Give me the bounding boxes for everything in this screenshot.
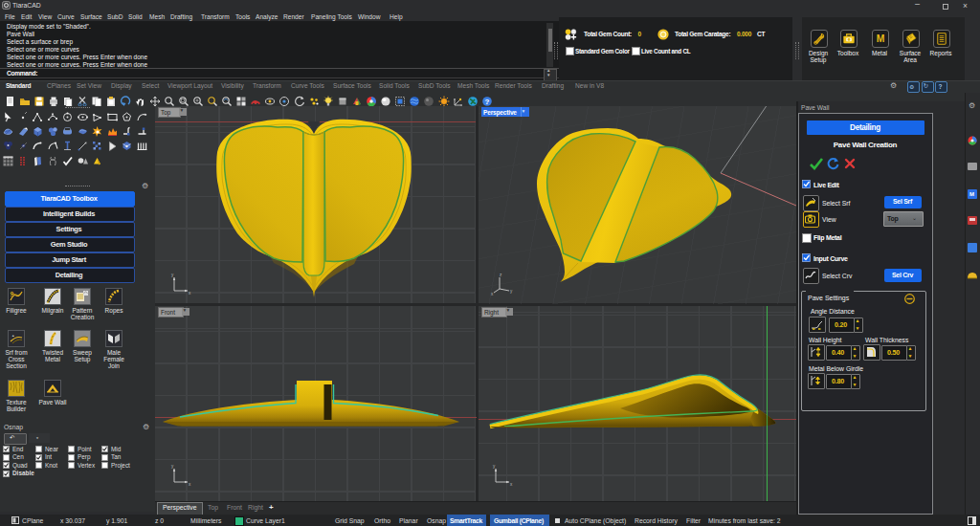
svg-text:✿: ✿ — [11, 291, 14, 296]
svg-text:y: y — [171, 464, 174, 469]
svg-text:▲: ▲ — [11, 334, 14, 338]
svg-text:y: y — [493, 464, 496, 469]
svg-text:?: ? — [484, 98, 489, 106]
svg-text:x: x — [510, 482, 513, 487]
svg-text:y: y — [510, 289, 513, 294]
svg-text:x: x — [189, 291, 191, 296]
svg-text:x: x — [491, 292, 494, 296]
svg-text:y: y — [171, 273, 174, 277]
svg-text:z: z — [500, 273, 502, 277]
svg-text:M: M — [877, 33, 885, 44]
svg-text:x: x — [189, 482, 191, 487]
